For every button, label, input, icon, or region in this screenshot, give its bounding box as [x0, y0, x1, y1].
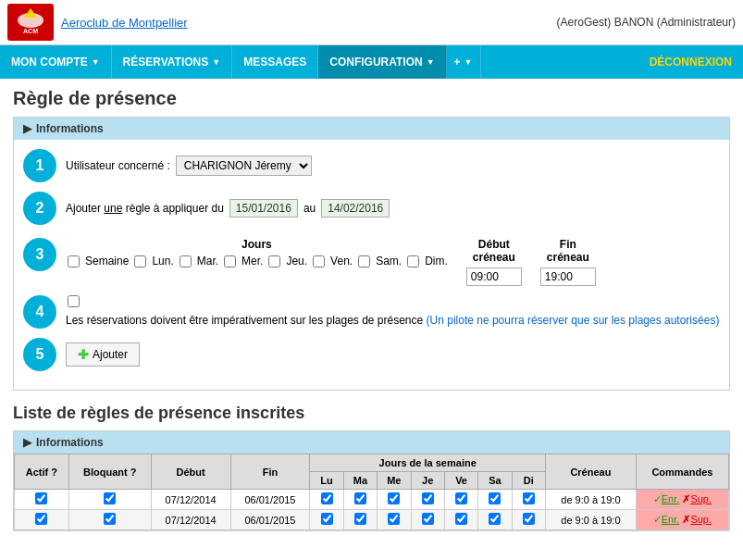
nav-mon-compte-label: MON COMPTE	[11, 56, 88, 68]
day-checkbox[interactable]	[354, 492, 366, 504]
step-1-content: Utilisateur concerné : CHARIGNON Jéremy	[66, 156, 720, 176]
list-title: Liste de règles de présence inscrites	[13, 404, 730, 423]
th-ve: Ve	[444, 472, 477, 490]
step-2-content: Ajouter une règle à appliquer du 15/01/2…	[66, 199, 720, 218]
th-creneau: Créneau	[546, 454, 637, 490]
chevron-down-icon: ▼	[212, 57, 220, 67]
nav-messages[interactable]: MESSAGES	[232, 45, 318, 79]
logo-icon: ACM	[7, 4, 54, 41]
cell-day	[343, 510, 377, 530]
page-title: Règle de présence	[13, 88, 730, 109]
nav-reservations[interactable]: RÉSERVATIONS ▼	[112, 45, 233, 79]
step-5-circle: 5	[23, 338, 56, 371]
day-checkbox[interactable]	[388, 492, 400, 504]
chevron-down-icon: ▼	[464, 57, 473, 67]
day-ven-checkbox[interactable]	[313, 255, 325, 268]
actif-checkbox[interactable]	[35, 513, 47, 525]
enr-button[interactable]: Enr.	[662, 493, 680, 504]
section-2-body: Actif ? Bloquant ? Début Fin Jours de la…	[14, 454, 729, 530]
day-sam-label: Sam.	[376, 255, 402, 268]
th-bloquant: Bloquant ?	[68, 454, 151, 490]
day-checkbox[interactable]	[422, 492, 434, 504]
step4-checkbox[interactable]	[68, 295, 80, 307]
header-top: ACM Aeroclub de Montpellier (AeroGest) B…	[0, 0, 743, 45]
day-checkbox[interactable]	[455, 513, 467, 525]
th-actif: Actif ?	[15, 454, 69, 490]
nav-deconnexion[interactable]: DÉCONNEXION	[638, 45, 743, 79]
cell-actif	[15, 490, 69, 510]
day-mer-checkbox[interactable]	[224, 255, 236, 268]
step-4-row: 4 Les réservations doivent être impérati…	[23, 295, 720, 329]
date-to[interactable]: 14/02/2016	[321, 199, 390, 218]
section-2-chevron-icon: ▶	[23, 436, 31, 449]
table-row: 07/12/201406/01/2015de 9:0 à 19:0✓Enr. ✗…	[15, 510, 729, 530]
time-group: Début créneau Fin créneau	[466, 238, 596, 286]
step-3-row: 3 Jours Semaine Lun. Mar.	[23, 234, 720, 286]
nav-reservations-label: RÉSERVATIONS	[123, 56, 209, 68]
cell-day	[378, 490, 411, 510]
day-mar-checkbox[interactable]	[180, 255, 192, 268]
cell-day	[310, 490, 343, 510]
th-ma: Ma	[343, 472, 377, 490]
day-dim-checkbox[interactable]	[407, 255, 419, 268]
th-commandes: Commandes	[636, 454, 728, 490]
step-3-content: Jours Semaine Lun. Mar. Mer.	[66, 238, 720, 286]
day-jeu-checkbox[interactable]	[268, 255, 280, 268]
bloquant-checkbox[interactable]	[104, 513, 116, 525]
day-checkbox[interactable]	[489, 513, 501, 525]
step-1-row: 1 Utilisateur concerné : CHARIGNON Jérem…	[23, 149, 720, 182]
cell-day	[478, 490, 512, 510]
day-checkbox[interactable]	[489, 492, 501, 504]
th-debut: Début	[151, 454, 230, 490]
sup-button[interactable]: Sup.	[690, 514, 712, 525]
utilisateur-select[interactable]: CHARIGNON Jéremy	[176, 156, 312, 176]
fin-time-input[interactable]	[540, 268, 596, 286]
step2-middle: au	[303, 202, 316, 215]
cell-day	[343, 490, 377, 510]
utilisateur-label: Utilisateur concerné :	[66, 159, 170, 172]
th-fin: Fin	[230, 454, 310, 490]
debut-time-input[interactable]	[466, 268, 522, 286]
enr-button[interactable]: Enr.	[662, 514, 680, 525]
nav-configuration[interactable]: CONFIGURATION ▼	[318, 45, 446, 79]
day-checkbox[interactable]	[321, 513, 333, 525]
presence-table: Actif ? Bloquant ? Début Fin Jours de la…	[14, 454, 729, 530]
step4-text2: (Un pilote ne pourra réserver que sur le…	[427, 314, 720, 327]
cell-fin: 06/01/2015	[230, 510, 310, 530]
save-icon: ✓	[653, 514, 662, 525]
date-from[interactable]: 15/01/2016	[229, 199, 298, 218]
cell-commandes: ✓Enr. ✗Sup.	[636, 490, 728, 510]
site-title[interactable]: Aeroclub de Montpellier	[61, 16, 188, 30]
day-mer-label: Mer.	[241, 255, 263, 268]
time-inputs	[466, 268, 596, 286]
day-checkbox[interactable]	[321, 492, 333, 504]
user-info: (AeroGest) BANON (Administrateur)	[557, 16, 736, 29]
nav-mon-compte[interactable]: MON COMPTE ▼	[0, 45, 112, 79]
th-je: Je	[411, 472, 444, 490]
cell-day	[378, 510, 411, 530]
day-semaine-checkbox[interactable]	[68, 255, 80, 268]
day-ven-label: Ven.	[330, 255, 353, 268]
sup-button[interactable]: Sup.	[690, 493, 712, 504]
section-1-header[interactable]: ▶ Informations	[14, 118, 729, 140]
main-content: Règle de présence ▶ Informations 1 Utili…	[0, 79, 743, 554]
step-3-circle: 3	[23, 238, 56, 271]
day-checkbox[interactable]	[523, 492, 535, 504]
day-lun-checkbox[interactable]	[134, 255, 146, 268]
cell-actif	[15, 510, 69, 530]
nav-messages-label: MESSAGES	[243, 56, 306, 68]
day-sam-checkbox[interactable]	[358, 255, 370, 268]
ajouter-button[interactable]: ✚ Ajouter	[66, 342, 140, 367]
cell-day	[310, 510, 343, 530]
nav-plus[interactable]: + ▼	[447, 45, 481, 79]
day-checkbox[interactable]	[523, 513, 535, 525]
day-checkbox[interactable]	[455, 492, 467, 504]
table-header-row: Actif ? Bloquant ? Début Fin Jours de la…	[15, 454, 729, 472]
day-checkbox[interactable]	[422, 513, 434, 525]
day-checkbox[interactable]	[354, 513, 366, 525]
actif-checkbox[interactable]	[35, 492, 47, 504]
bloquant-checkbox[interactable]	[104, 492, 116, 504]
section-2-header[interactable]: ▶ Informations	[14, 431, 729, 454]
th-di: Di	[512, 472, 545, 490]
day-checkbox[interactable]	[388, 513, 400, 525]
